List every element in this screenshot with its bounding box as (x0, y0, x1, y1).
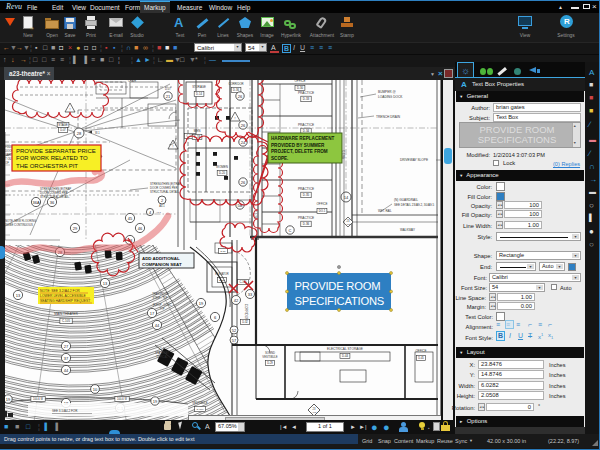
svg-text:D-33: D-33 (303, 97, 310, 101)
svg-text:14: 14 (344, 195, 349, 200)
svg-text:WOMEN: WOMEN (216, 165, 228, 169)
svg-text:W-1: W-1 (95, 131, 100, 135)
svg-text:OFFICE: OFFICE (416, 349, 427, 353)
svg-text:MAIN THEATER: MAIN THEATER (54, 312, 78, 316)
svg-text:STRUCTURAL DETAIL.: STRUCTURAL DETAIL. (40, 195, 70, 199)
svg-text:D-30: D-30 (221, 250, 227, 252)
svg-text:D-45: D-45 (418, 356, 424, 360)
svg-text:NOTE: SEE 3.2/A4.2 FOR: NOTE: SEE 3.2/A4.2 FOR (40, 289, 80, 293)
svg-text:TYP: TYP (159, 307, 164, 311)
svg-text:13: 13 (16, 293, 21, 298)
svg-text:STRIP - TYP: STRIP - TYP (153, 296, 168, 300)
svg-text:WALKWAY: WALKWAY (400, 228, 415, 232)
svg-text:19: 19 (199, 301, 204, 306)
svg-text:C-105: C-105 (62, 319, 71, 323)
svg-text:SEE 3-5/A4.2 FOR: SEE 3-5/A4.2 FOR (52, 409, 78, 413)
svg-text:26: 26 (241, 180, 246, 185)
svg-text:57: 57 (232, 338, 237, 343)
svg-text:42: 42 (234, 298, 239, 303)
svg-text:PRACTICE: PRACTICE (298, 216, 314, 220)
svg-text:13: 13 (103, 281, 108, 286)
svg-text:!: ! (70, 108, 71, 112)
svg-text:TYPICAL: TYPICAL (156, 355, 168, 359)
svg-text:26: 26 (241, 123, 246, 128)
svg-text:ADD ADDITIONAL: ADD ADDITIONAL (142, 256, 180, 261)
svg-text:C: C (289, 228, 292, 233)
svg-text:(N) GUARDRAIL: (N) GUARDRAIL (394, 198, 418, 202)
svg-text:29: 29 (73, 226, 78, 231)
svg-text:D-07: D-07 (165, 87, 171, 91)
svg-text:A4.1: A4.1 (159, 204, 165, 208)
svg-text:46: 46 (138, 226, 143, 231)
svg-text:26: 26 (238, 94, 243, 99)
svg-text:D-30: D-30 (297, 86, 304, 90)
svg-text:PRACTICE: PRACTICE (298, 123, 314, 127)
svg-text:52: 52 (232, 328, 237, 333)
svg-text:17: 17 (150, 311, 155, 316)
svg-text:TRENCH DRAIN: TRENCH DRAIN (376, 115, 401, 119)
svg-text:CHAIR: CHAIR (128, 80, 136, 83)
svg-text:TRANSITION: TRANSITION (152, 292, 168, 296)
svg-text:PROVIDED BY SUMMER: PROVIDED BY SUMMER (271, 143, 325, 148)
svg-text:OF: OF (5, 161, 9, 165)
svg-text:STORAGE: STORAGE (192, 85, 206, 89)
svg-text:FOR WORK RELATED TO: FOR WORK RELATED TO (16, 155, 88, 161)
svg-text:LOADING DOCK: LOADING DOCK (378, 95, 403, 99)
svg-text:D-20: D-20 (219, 171, 225, 175)
svg-text:36A: 36A (32, 200, 39, 205)
svg-text:!: ! (235, 117, 236, 121)
svg-text:D-14: D-14 (196, 92, 202, 96)
svg-text:!: ! (173, 145, 174, 149)
svg-text:HARDWARE REPLACEMENT: HARDWARE REPLACEMENT (271, 136, 334, 141)
svg-text:BUMPER @: BUMPER @ (378, 90, 396, 94)
svg-text:19: 19 (6, 397, 11, 402)
svg-text:STAGE: STAGE (58, 123, 67, 127)
svg-text:D-29: D-29 (267, 361, 273, 365)
svg-text:10: 10 (93, 387, 98, 392)
svg-text:A3.2: A3.2 (346, 223, 351, 225)
svg-text:VESTIBULE: VESTIBULE (262, 355, 278, 359)
svg-text:PROVIDE ROOM: PROVIDE ROOM (295, 280, 381, 292)
svg-text:ELECTRICAL STORAGE: ELECTRICAL STORAGE (327, 347, 363, 351)
svg-text:D-32: D-32 (242, 320, 248, 324)
svg-text:C-???: C-??? (197, 408, 204, 411)
svg-text:COMPANION SEAT: COMPANION SEAT (142, 262, 182, 267)
svg-text:19: 19 (153, 399, 158, 404)
svg-text:28: 28 (77, 131, 82, 136)
svg-text:37: 37 (64, 356, 69, 361)
svg-text:A7.1: A7.1 (156, 211, 162, 214)
svg-text:D-44: D-44 (342, 354, 349, 358)
svg-text:44: 44 (64, 368, 69, 373)
svg-text:PROVIDE SEPARATE PRICE: PROVIDE SEPARATE PRICE (16, 148, 96, 154)
svg-text:21: 21 (166, 94, 171, 99)
svg-text:100-6 W: 100-6 W (33, 397, 43, 401)
svg-text:MEN: MEN (194, 129, 201, 133)
svg-text:SCOPE.: SCOPE. (271, 156, 288, 161)
svg-text:LOWER LEVEL ACCESSIBLE: LOWER LEVEL ACCESSIBLE (40, 294, 87, 298)
svg-text:CORRIDOR: CORRIDOR (244, 304, 248, 321)
svg-text:DO-1: DO-1 (319, 209, 326, 213)
svg-text:D-36: D-36 (303, 222, 310, 226)
svg-text:PRACTICE: PRACTICE (298, 91, 314, 95)
svg-text:45: 45 (128, 216, 133, 221)
svg-text:SPECIFICATIONS: SPECIFICATIONS (295, 295, 385, 307)
svg-text:100-6 W: 100-6 W (117, 397, 127, 401)
svg-text:PROJECT, DELETE FROM: PROJECT, DELETE FROM (271, 149, 328, 154)
svg-text:THE ORCHESTRA PIT: THE ORCHESTRA PIT (16, 163, 78, 169)
svg-text:SEE DETAIL 23/A9.2, 30/A9.5: SEE DETAIL 23/A9.2, 30/A9.5 (394, 203, 435, 207)
svg-text:STRUCTURAL DETAIL.: STRUCTURAL DETAIL. (150, 190, 180, 194)
svg-text:PRACTICE: PRACTICE (298, 187, 314, 191)
svg-text:VESTIBULE: VESTIBULE (192, 401, 208, 405)
svg-text:SEATING HARDSHIP REQUEST: SEATING HARDSHIP REQUEST (40, 299, 90, 303)
svg-text:36: 36 (50, 200, 55, 205)
svg-text:DRIVEWAY SLOPE: DRIVEWAY SLOPE (400, 158, 428, 162)
svg-text:A3.2: A3.2 (312, 411, 317, 413)
svg-text:OFFICE: OFFICE (317, 202, 328, 206)
svg-text:OFFICE: OFFICE (295, 80, 306, 83)
svg-text:D-36: D-36 (233, 88, 239, 92)
svg-text:CORRIDOR: CORRIDOR (228, 82, 243, 86)
svg-text:44: 44 (155, 323, 160, 328)
svg-text:(E)EXP - CONC: (E)EXP - CONC (153, 303, 172, 307)
svg-text:D-35: D-35 (303, 193, 310, 197)
svg-text:27: 27 (64, 344, 69, 349)
